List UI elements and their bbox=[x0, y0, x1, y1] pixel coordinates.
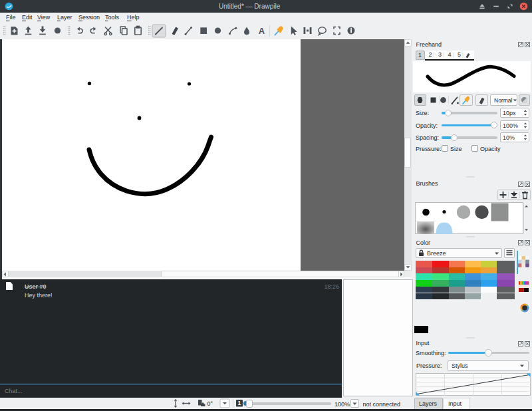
svg-text:A: A bbox=[259, 26, 265, 36]
svg-text:1: 1 bbox=[238, 400, 241, 406]
svg-text:0°: 0° bbox=[207, 400, 213, 407]
